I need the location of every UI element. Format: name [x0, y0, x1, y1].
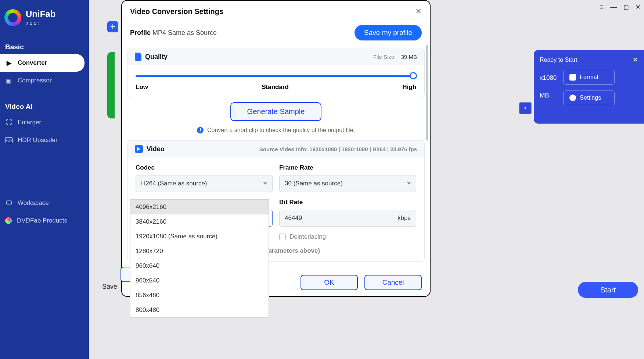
sidebar: UniFab 2.0.0.1 Basic ▶ Converter ▣ Compr…: [0, 0, 89, 359]
res-info: x1080: [540, 74, 557, 82]
sidebar-item-label: Workspace: [18, 199, 49, 207]
profile-row: Profile MP4 Same as Source: [130, 29, 217, 37]
resolution-option[interactable]: 4096x2160: [130, 200, 269, 214]
bitrate-value: 46449: [285, 214, 302, 222]
modal-title: Video Conversion Settings: [130, 7, 223, 16]
filesize-label: File Size:: [373, 54, 396, 60]
settings-button[interactable]: Settings: [563, 90, 615, 105]
app-logo-icon: [4, 9, 21, 26]
sidebar-item-hdr[interactable]: HDR HDR Upscaler: [0, 131, 89, 149]
save-profile-button[interactable]: Save my profile: [355, 25, 422, 40]
format-button[interactable]: Format: [563, 70, 615, 85]
sidebar-heading-ai: Video AI: [0, 100, 89, 114]
slider-high: High: [402, 83, 416, 91]
close-icon[interactable]: ✕: [415, 7, 422, 16]
sidebar-item-dvdfab[interactable]: DVDFab Products: [0, 212, 89, 230]
deinterlacing-row[interactable]: Deinterlacing: [279, 233, 416, 241]
right-panel: Ready to Start ✕ x1080 MB Format Setting…: [534, 50, 644, 124]
cancel-button[interactable]: Cancel: [364, 275, 422, 290]
dvdfab-icon: [5, 217, 12, 224]
source-info: Source Video Info: 1920x1080 | 1920:1080…: [259, 146, 417, 152]
deinterlacing-checkbox[interactable]: [279, 234, 286, 240]
resolution-option[interactable]: 3840x2160: [130, 214, 269, 229]
resolution-option[interactable]: 960x540: [130, 273, 269, 288]
format-label: Format: [580, 74, 598, 81]
app-version: 2.0.0.1: [26, 21, 55, 26]
profile-value: MP4 Same as Source: [152, 29, 217, 36]
start-button[interactable]: Start: [578, 282, 638, 298]
sidebar-item-label: Converter: [18, 59, 47, 67]
compressor-icon: ▣: [5, 78, 12, 83]
deinterlacing-label: Deinterlacing: [289, 233, 326, 241]
param-hint: parameters above): [265, 247, 416, 255]
bitrate-label: Bit Rate: [279, 199, 416, 206]
resolution-option[interactable]: 856x480: [130, 288, 269, 303]
resolution-dropdown: 4096x2160 3840x2160 1920x1080 (Same as s…: [130, 199, 269, 318]
framerate-label: Frame Rate: [279, 164, 416, 171]
video-icon: [135, 145, 143, 153]
resolution-option[interactable]: 1280x720: [130, 244, 269, 259]
sidebar-item-label: DVDFab Products: [17, 217, 67, 224]
scrollbar[interactable]: [426, 45, 428, 141]
size-info: MB: [540, 92, 557, 99]
gear-icon: [569, 95, 576, 101]
framerate-value: 30 (Same as source): [285, 180, 343, 187]
small-dropdown[interactable]: ▾: [519, 102, 532, 114]
app-name: UniFab: [26, 9, 55, 19]
slider-low: Low: [136, 83, 148, 91]
sidebar-item-label: Enlarger: [18, 119, 41, 126]
task-strip: [107, 52, 115, 118]
add-button[interactable]: +: [107, 21, 118, 32]
filesize-value: 39 MB: [401, 54, 417, 60]
bitrate-unit: kbps: [397, 214, 411, 222]
resolution-option[interactable]: 800x480: [130, 303, 269, 317]
settings-label: Settings: [580, 95, 601, 101]
sidebar-item-label: Compressor: [18, 77, 52, 84]
codec-label: Codec: [136, 164, 273, 171]
hdr-icon: HDR: [5, 137, 12, 143]
profile-label: Profile: [130, 29, 151, 36]
info-icon: i: [197, 127, 204, 134]
ok-button[interactable]: OK: [301, 275, 358, 290]
ready-label: Ready to Start: [540, 57, 577, 63]
quality-heading: Quality: [145, 53, 168, 61]
codec-select[interactable]: H264 (Same as source): [136, 175, 273, 192]
sidebar-item-workspace[interactable]: 🖵 Workspace: [0, 194, 89, 212]
sidebar-item-compressor[interactable]: ▣ Compressor: [0, 72, 89, 89]
info-text: Convert a short clip to check the qualit…: [207, 127, 355, 134]
settings-modal: Video Conversion Settings ✕ Profile MP4 …: [121, 0, 431, 297]
save-label: Save: [102, 283, 117, 291]
workspace-icon: 🖵: [5, 200, 12, 206]
slider-thumb[interactable]: [410, 72, 417, 79]
button-fragment: [120, 267, 130, 282]
converter-icon: ▶: [5, 60, 12, 66]
codec-value: H264 (Same as source): [141, 180, 207, 187]
sidebar-item-converter[interactable]: ▶ Converter: [0, 54, 84, 72]
generate-sample-button[interactable]: Generate Sample: [230, 102, 322, 121]
resolution-option[interactable]: 960x640: [130, 259, 269, 273]
play-icon: [569, 74, 576, 81]
quality-panel: Quality File Size: 39 MB Low Standard Hi…: [127, 48, 425, 97]
file-size: File Size: 39 MB: [373, 54, 417, 60]
sidebar-item-enlarger[interactable]: ⛶ Enlarger: [0, 114, 89, 131]
quality-slider[interactable]: [136, 75, 416, 77]
framerate-select[interactable]: 30 (Same as source): [279, 175, 416, 192]
resolution-option[interactable]: 1920x1080 (Same as source): [130, 229, 269, 244]
close-icon[interactable]: ✕: [633, 56, 638, 64]
file-icon: [135, 53, 141, 61]
bitrate-input[interactable]: 46449 kbps: [279, 210, 416, 227]
sidebar-item-label: HDR Upscaler: [18, 136, 58, 144]
slider-standard: Standard: [262, 83, 289, 91]
video-heading: Video: [147, 145, 165, 153]
enlarger-icon: ⛶: [5, 120, 12, 125]
sidebar-heading-basic: Basic: [0, 40, 89, 54]
